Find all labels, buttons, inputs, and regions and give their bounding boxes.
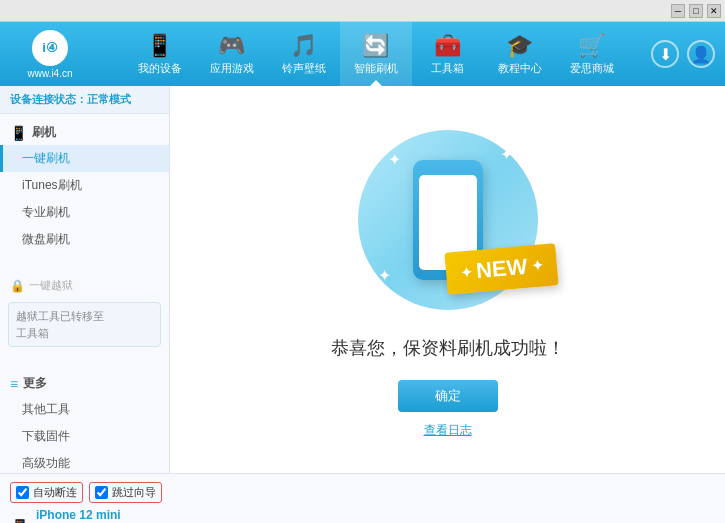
user-button[interactable]: 👤 (687, 40, 715, 68)
minimize-button[interactable]: ─ (671, 4, 685, 18)
sidebar-item-itunes-flash[interactable]: iTunes刷机 (0, 172, 169, 199)
device-phone-icon: 📱 (10, 518, 30, 524)
maximize-button[interactable]: □ (689, 4, 703, 18)
sidebar-more-title: ≡ 更多 (0, 371, 169, 396)
skip-wizard-checkbox[interactable] (95, 486, 108, 499)
nav-ringtones-label: 铃声壁纸 (282, 61, 326, 76)
apps-games-icon: 🎮 (218, 33, 245, 59)
status-value: 正常模式 (87, 93, 131, 105)
sidebar-item-pro-flash[interactable]: 专业刷机 (0, 199, 169, 226)
logo-icon: i④ (32, 30, 68, 66)
logo-url: www.i4.cn (27, 68, 72, 79)
nav-tutorial[interactable]: 🎓 教程中心 (484, 22, 556, 86)
ringtones-icon: 🎵 (290, 33, 317, 59)
window-controls[interactable]: ─ □ ✕ (671, 4, 721, 18)
connection-status: 设备连接状态：正常模式 (0, 86, 169, 114)
bottom-left: 自动断连 跳过向导 📱 iPhone 12 mini 64GB Down-12m… (10, 482, 170, 523)
nav-apps-games[interactable]: 🎮 应用游戏 (196, 22, 268, 86)
sparkle-2: ✦ (500, 145, 513, 164)
nav-my-device-label: 我的设备 (138, 61, 182, 76)
logo[interactable]: i④ www.i4.cn (0, 30, 100, 79)
sidebar-jailbreak-title: 🔒 一键越狱 (0, 273, 169, 298)
new-badge: NEW (445, 243, 560, 295)
nav-toolbox-label: 工具箱 (431, 61, 464, 76)
bottom-device-bar: 自动断连 跳过向导 📱 iPhone 12 mini 64GB Down-12m… (0, 473, 725, 523)
tutorial-icon: 🎓 (506, 33, 533, 59)
nav-ringtones[interactable]: 🎵 铃声壁纸 (268, 22, 340, 86)
auto-disconnect-label: 自动断连 (33, 485, 77, 500)
confirm-button[interactable]: 确定 (398, 380, 498, 412)
main-nav: 📱 我的设备 🎮 应用游戏 🎵 铃声壁纸 🔄 智能刷机 🧰 工具箱 🎓 教程中心… (100, 22, 651, 86)
header-right: ⬇ 👤 (651, 40, 725, 68)
success-text: 恭喜您，保资料刷机成功啦！ (331, 336, 565, 360)
device-name: iPhone 12 mini (36, 508, 125, 522)
main-layout: 设备连接状态：正常模式 📱 刷机 一键刷机 iTunes刷机 专业刷机 微盘刷机 (0, 86, 725, 473)
device-info-row: 📱 iPhone 12 mini 64GB Down-12mini-13,1 (10, 508, 170, 523)
main-content: ✦ ✦ ✦ NEW 恭喜您，保资料刷机成功啦！ 确定 查看日志 (170, 86, 725, 473)
sidebar-flash-section: 📱 刷机 一键刷机 iTunes刷机 专业刷机 微盘刷机 (0, 114, 169, 259)
nav-toolbox[interactable]: 🧰 工具箱 (412, 22, 484, 86)
phone-illustration: ✦ ✦ ✦ NEW (348, 120, 548, 320)
auto-disconnect-checkbox[interactable] (16, 486, 29, 499)
download-button[interactable]: ⬇ (651, 40, 679, 68)
more-section-icon: ≡ (10, 376, 18, 392)
device-info: iPhone 12 mini 64GB Down-12mini-13,1 (34, 508, 125, 523)
sidebar-item-disk-flash[interactable]: 微盘刷机 (0, 226, 169, 253)
checkbox-row: 自动断连 跳过向导 (10, 482, 170, 503)
auto-disconnect-checkbox-group[interactable]: 自动断连 (10, 482, 83, 503)
nav-shop-label: 爱思商城 (570, 61, 614, 76)
sidebar-item-one-click-flash[interactable]: 一键刷机 (0, 145, 169, 172)
sidebar-jailbreak-section: 🔒 一键越狱 越狱工具已转移至工具箱 (0, 267, 169, 357)
sidebar-jailbreak-note: 越狱工具已转移至工具箱 (8, 302, 161, 347)
nav-shop[interactable]: 🛒 爱思商城 (556, 22, 628, 86)
sidebar-item-advanced[interactable]: 高级功能 (0, 450, 169, 473)
header: i④ www.i4.cn 📱 我的设备 🎮 应用游戏 🎵 铃声壁纸 🔄 智能刷机… (0, 22, 725, 86)
nav-my-device[interactable]: 📱 我的设备 (124, 22, 196, 86)
sparkle-1: ✦ (388, 150, 401, 169)
nav-smart-flash[interactable]: 🔄 智能刷机 (340, 22, 412, 86)
shop-icon: 🛒 (578, 33, 605, 59)
skip-wizard-label: 跳过向导 (112, 485, 156, 500)
my-device-icon: 📱 (146, 33, 173, 59)
nav-smart-flash-label: 智能刷机 (354, 61, 398, 76)
lock-icon: 🔒 (10, 279, 25, 293)
sidebar-more-section: ≡ 更多 其他工具 下载固件 高级功能 (0, 365, 169, 473)
view-log-link[interactable]: 查看日志 (424, 422, 472, 439)
close-button[interactable]: ✕ (707, 4, 721, 18)
nav-apps-games-label: 应用游戏 (210, 61, 254, 76)
toolbox-icon: 🧰 (434, 33, 461, 59)
sidebar: 设备连接状态：正常模式 📱 刷机 一键刷机 iTunes刷机 专业刷机 微盘刷机 (0, 86, 170, 473)
flash-section-icon: 📱 (10, 125, 27, 141)
sidebar-item-download-firmware[interactable]: 下载固件 (0, 423, 169, 450)
sparkle-3: ✦ (378, 266, 391, 285)
status-label: 设备连接状态： (10, 93, 87, 105)
nav-tutorial-label: 教程中心 (498, 61, 542, 76)
skip-wizard-checkbox-group[interactable]: 跳过向导 (89, 482, 162, 503)
smart-flash-icon: 🔄 (362, 33, 389, 59)
sidebar-flash-title: 📱 刷机 (0, 120, 169, 145)
sidebar-item-other-tools[interactable]: 其他工具 (0, 396, 169, 423)
title-bar: ─ □ ✕ (0, 0, 725, 22)
